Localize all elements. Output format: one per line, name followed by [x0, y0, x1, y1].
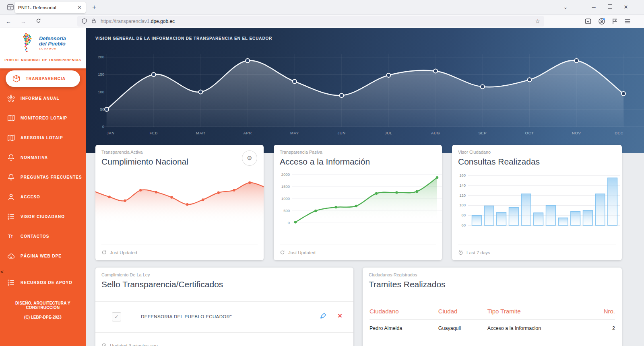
browser-tab[interactable]: PNT1- Defensorial ✕ — [15, 2, 86, 13]
restore-button[interactable] — [604, 2, 616, 12]
bell-icon — [7, 153, 15, 162]
tramites-table: CiudadanoCiudadTipo TramiteNro. Pedro Al… — [369, 305, 615, 336]
svg-text:JUL: JUL — [385, 131, 392, 135]
certificate-checkbox[interactable]: ✓ — [112, 312, 121, 321]
forward-button[interactable]: → — [18, 16, 29, 26]
svg-text:JUN: JUN — [337, 131, 345, 135]
svg-text:200: 200 — [98, 55, 104, 59]
sidebar-item-asesoria-lotaip[interactable]: ASESORIA LOTAIP — [0, 128, 86, 148]
card-category: Transparencia Activa — [101, 150, 142, 154]
reload-button[interactable] — [33, 16, 43, 26]
table-cell: Pedro Almeida — [369, 320, 438, 336]
svg-text:100: 100 — [98, 90, 104, 94]
edit-brush-icon[interactable] — [319, 312, 327, 320]
table-row[interactable]: Pedro AlmeidaGuayaquilAcceso a la Inform… — [369, 320, 615, 336]
svg-text:AUG: AUG — [431, 131, 440, 135]
delete-x-icon[interactable]: × — [338, 311, 342, 320]
refresh-icon — [280, 250, 285, 255]
card-title: Tramites Realizados — [369, 280, 446, 289]
hero-chart-panel: VISION GENERAL DE LA INFORMACION DE TRAN… — [86, 28, 644, 153]
svg-text:FEB: FEB — [150, 131, 158, 135]
sidebar-item-label: TRANSPARENCIA — [26, 76, 66, 81]
sidebar-item-contactos[interactable]: TtCONTACTOS — [0, 227, 86, 246]
sidebar-item-label: ACCESO — [21, 195, 40, 199]
sidebar-item-normativa[interactable]: NORMATIVA — [0, 148, 86, 167]
card-title: Cumplimiento Nacional — [101, 157, 188, 167]
sidebar-collapse-handle[interactable]: < — [0, 269, 4, 275]
acceso-chart: 2000150010005000 — [274, 170, 442, 234]
refresh-icon — [101, 250, 107, 255]
svg-text:120: 120 — [459, 193, 466, 198]
table-header-tipotramite: Tipo Tramite — [487, 305, 581, 320]
svg-text:0: 0 — [288, 220, 290, 225]
account-icon[interactable] — [598, 18, 605, 25]
table-header-nro: Nro. — [581, 305, 615, 320]
sidebar-item-preguntas-frecuentes[interactable]: PREGUNTAS FRECUENTES — [0, 167, 86, 187]
dashboard-content: VISION GENERAL DE LA INFORMACION DE TRAN… — [86, 28, 644, 346]
sidebar-item-transparencia[interactable]: TRANSPARENCIA — [6, 70, 80, 87]
map-icon — [7, 114, 15, 122]
svg-text:160: 160 — [459, 173, 466, 177]
clock-icon — [101, 343, 107, 346]
sidebar-item-label: RECURSOS DE APOYO — [21, 280, 72, 285]
svg-text:NOV: NOV — [572, 131, 581, 135]
svg-text:MAY: MAY — [290, 131, 299, 135]
person-icon — [7, 193, 15, 201]
pocket-icon[interactable] — [584, 18, 592, 25]
certificate-row: ✓ DEFENSORIA DEL PUEBLO ECUADOR" × — [95, 301, 353, 333]
card-category: Visor Ciudadano — [458, 150, 491, 154]
gear-icon[interactable]: ⚙ — [242, 150, 257, 166]
sidebar-item-label: CONTACTOS — [21, 234, 49, 239]
menu-hamburger-icon[interactable] — [624, 18, 631, 25]
network-icon — [7, 94, 15, 103]
table-cell: 2 — [581, 320, 615, 336]
tab-list-chevron-icon[interactable]: ⌄ — [559, 2, 572, 12]
new-tab-button[interactable]: + — [89, 2, 99, 12]
svg-text:OCT: OCT — [525, 131, 534, 135]
sidebar-item-p-gina-web-dpe[interactable]: PÁGINA WEB DPE — [0, 246, 86, 266]
sidebar: Defensoría del Pueblo ECUADOR PORTAL NAC… — [0, 28, 86, 346]
sidebar-item-acceso[interactable]: ACCESO — [0, 187, 86, 207]
shield-icon[interactable] — [81, 18, 88, 25]
tab-close-icon[interactable]: ✕ — [76, 4, 83, 10]
card-sello-transparencia: Cumplimiento De La Ley Sello Transparenc… — [95, 268, 353, 346]
sidebar-item-label: INFORME ANUAL — [21, 96, 60, 101]
svg-text:500: 500 — [283, 208, 290, 213]
minimize-button[interactable]: ─ — [588, 2, 600, 12]
svg-text:SEP: SEP — [478, 131, 487, 135]
card-title: Acceso a la Información — [280, 157, 370, 167]
sidebar-item-label: NORMATIVA — [21, 155, 48, 160]
svg-text:140: 140 — [459, 183, 466, 187]
sidebar-item-recursos-de-apoyo[interactable]: RECURSOS DE APOYO — [0, 273, 86, 292]
sidebar-logo-block: Defensoría del Pueblo ECUADOR PORTAL NAC… — [0, 28, 86, 68]
card-acceso-informacion: Transparencia Pasiva Acceso a la Informa… — [274, 145, 442, 260]
firefox-view-icon[interactable] — [6, 3, 14, 11]
sidebar-item-visor-ciudadano[interactable]: VISOR CIUDADANO — [0, 207, 86, 227]
bookmark-star-icon[interactable]: ☆ — [535, 18, 540, 25]
certificate-label: DEFENSORIA DEL PUEBLO ECUADOR" — [141, 314, 232, 319]
dpe-logo-icon — [20, 33, 37, 54]
consultas-chart: 1601401201008060 — [452, 170, 622, 236]
svg-text:1000: 1000 — [281, 196, 290, 201]
browser-toolbar: ← → https://transparenciav1.dpe.gob.ec ☆ — [0, 15, 644, 28]
svg-text:JAN: JAN — [107, 131, 115, 135]
sidebar-item-label: PREGUNTAS FRECUENTES — [21, 175, 82, 179]
card-tramites-realizados: Ciudadanos Registrados Tramites Realizad… — [363, 268, 622, 346]
url-text: https://transparenciav1.dpe.gob.ec — [101, 19, 532, 24]
sidebar-item-informe-anual[interactable]: INFORME ANUAL — [0, 89, 86, 108]
list-icon — [7, 212, 15, 221]
back-button[interactable]: ← — [3, 16, 14, 26]
svg-text:60: 60 — [461, 223, 466, 227]
svg-text:50: 50 — [100, 107, 104, 111]
svg-text:2000: 2000 — [281, 172, 290, 177]
table-header-ciudadano: Ciudadano — [369, 305, 438, 320]
card-title: Consultas Realizadas — [458, 157, 540, 167]
extensions-icon[interactable] — [611, 18, 618, 25]
list-icon — [7, 278, 15, 287]
url-bar[interactable]: https://transparenciav1.dpe.gob.ec ☆ — [77, 16, 544, 27]
lock-icon[interactable] — [91, 18, 97, 25]
close-window-button[interactable]: ✕ — [620, 2, 632, 12]
svg-text:APR: APR — [244, 131, 252, 135]
sidebar-menu: TRANSPARENCIAINFORME ANUALMONITOREO LOTA… — [0, 68, 86, 292]
sidebar-item-monitoreo-lotaip[interactable]: MONITOREO LOTAIP — [0, 108, 86, 128]
